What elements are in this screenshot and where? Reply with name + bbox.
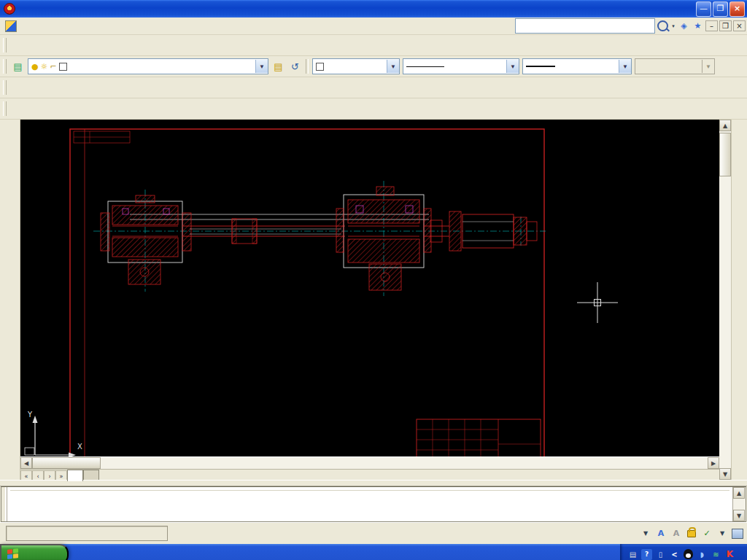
linetype-combo[interactable]: ▼ xyxy=(403,58,519,74)
windows-logo-icon xyxy=(7,548,18,560)
svg-text:X: X xyxy=(77,443,82,451)
toolbar-draw-modify xyxy=(0,98,747,120)
lineweight-combo-dropdown[interactable]: ▼ xyxy=(619,60,631,73)
draw-toolbar-vertical xyxy=(0,120,20,480)
command-window[interactable]: ▲ ▼ xyxy=(1,486,746,522)
layer-combo-dropdown[interactable]: ▼ xyxy=(255,60,268,73)
device-icon[interactable]: ▯ xyxy=(655,549,666,560)
command-scroll-up-icon[interactable]: ▲ xyxy=(733,487,745,499)
linetype-combo-dropdown[interactable]: ▼ xyxy=(506,60,519,73)
scroll-down-icon[interactable]: ▼ xyxy=(719,468,731,480)
color-combo[interactable]: ▼ xyxy=(312,58,400,74)
toolbar-layers-properties: ▤ ● ☼ ⌐ ▼ ▤ ↺ ▼ ▼ ▼ ▼ xyxy=(0,56,747,77)
coordinate-readout[interactable] xyxy=(6,526,168,541)
layer-previous-icon: ▤ xyxy=(274,62,282,71)
qq-icon[interactable] xyxy=(683,549,694,560)
favorites-star-icon[interactable]: ★ xyxy=(692,20,704,32)
annotation-visibility-icon[interactable]: A xyxy=(654,527,667,540)
svg-text:Y: Y xyxy=(27,411,33,419)
color-swatch xyxy=(316,63,324,71)
menu-bar: ▾ ◈ ★ – ❐ × xyxy=(0,18,747,35)
hscroll-thumb[interactable] xyxy=(32,457,101,469)
app-logo-icon xyxy=(4,3,15,15)
toolbar-osnap-dimension xyxy=(0,77,747,98)
plotstyle-combo: ▼ xyxy=(635,58,715,74)
toolbar-separator xyxy=(306,59,309,74)
toolbar-grip[interactable] xyxy=(3,59,7,74)
toolbar-lock-icon[interactable] xyxy=(685,527,698,540)
view-toolbar-vertical xyxy=(731,120,747,480)
layer-manager-button[interactable]: ▤ xyxy=(9,58,26,74)
linetype-sample xyxy=(406,66,444,67)
lineweight-sample xyxy=(526,66,555,67)
windows-taskbar: ▤ ? ▯ < ◗ ≋ K xyxy=(0,544,747,560)
start-button[interactable] xyxy=(0,544,69,560)
command-zone: ▲ ▼ xyxy=(0,480,747,522)
toolbar-grip[interactable] xyxy=(3,38,7,52)
scroll-up-icon[interactable]: ▲ xyxy=(719,120,731,131)
mdi-minimize-button[interactable]: – xyxy=(705,20,718,31)
status-tray-settings-icon[interactable]: ✓ xyxy=(700,527,713,540)
thunder-icon[interactable]: ◗ xyxy=(697,549,708,560)
tab-model[interactable] xyxy=(67,470,83,481)
keyboard-icon[interactable]: ▤ xyxy=(627,549,638,560)
command-scroll-down-icon[interactable]: ▼ xyxy=(733,510,745,521)
layer-on-icon[interactable]: ● xyxy=(31,62,39,71)
kingsoft-icon[interactable]: K xyxy=(724,549,735,560)
layer-combo[interactable]: ● ☼ ⌐ ▼ xyxy=(28,58,268,74)
middle-bearing-housing xyxy=(336,187,431,290)
mdi-close-button[interactable]: × xyxy=(733,20,746,31)
vertical-scrollbar[interactable]: ▲ ▼ xyxy=(719,120,731,480)
toolbar-grip[interactable] xyxy=(3,101,7,116)
layer-lock-icon[interactable]: ⌐ xyxy=(50,62,56,71)
network-icon[interactable]: ≋ xyxy=(711,549,721,560)
command-scrollbar[interactable]: ▲ ▼ xyxy=(732,487,746,521)
layer-color-swatch[interactable] xyxy=(59,63,67,71)
title-bar: — ❐ × xyxy=(0,0,747,18)
vscroll-thumb[interactable] xyxy=(719,133,731,176)
clean-screen-icon[interactable] xyxy=(731,527,744,540)
lineweight-combo[interactable]: ▼ xyxy=(522,58,632,74)
layer-states-icon: ↺ xyxy=(291,62,299,71)
annotation-autoscale-icon[interactable]: A xyxy=(670,527,683,540)
system-tray: ▤ ? ▯ < ◗ ≋ K xyxy=(620,544,747,560)
layer-freeze-icon[interactable]: ☼ xyxy=(41,62,48,71)
ucs-icon: Y X xyxy=(25,411,82,456)
drawing-canvas[interactable]: Y X xyxy=(20,120,719,456)
command-grip[interactable] xyxy=(1,487,7,521)
document-icon xyxy=(5,20,17,32)
collapse-arrow-icon[interactable]: < xyxy=(669,549,680,560)
command-splitter[interactable] xyxy=(0,480,747,486)
scroll-left-icon[interactable]: ◀ xyxy=(20,457,32,469)
color-combo-dropdown[interactable]: ▼ xyxy=(387,60,399,73)
command-history xyxy=(10,489,729,491)
restore-button[interactable]: ❐ xyxy=(713,1,728,17)
search-icon[interactable] xyxy=(657,20,669,32)
plotstyle-combo-dropdown: ▼ xyxy=(702,60,714,73)
horizontal-scrollbar[interactable]: ◀ ▶ xyxy=(20,456,719,469)
minimize-button[interactable]: — xyxy=(696,1,711,17)
toolbar-standard xyxy=(0,35,747,56)
sheet-frame xyxy=(70,129,544,456)
title-block xyxy=(417,419,541,456)
application-window: — ❐ × ▾ ◈ ★ – ❐ × ▤ ● ☼ ⌐ xyxy=(0,0,747,560)
layer-previous-button[interactable]: ▤ xyxy=(270,58,287,74)
toolbar-grip[interactable] xyxy=(3,80,7,95)
status-menu-dropdown-icon[interactable]: ▼ xyxy=(716,527,729,540)
status-bar: ▼ A A ✓ ▼ xyxy=(0,522,747,544)
help-tray-icon[interactable]: ? xyxy=(641,549,652,560)
mdi-restore-button[interactable]: ❐ xyxy=(719,20,732,31)
close-button[interactable]: × xyxy=(729,1,745,17)
help-search-input[interactable] xyxy=(515,18,655,34)
scroll-right-icon[interactable]: ▶ xyxy=(708,457,719,469)
search-dropdown-icon[interactable]: ▾ xyxy=(670,20,676,32)
main-area: Y X ◀ ▶ « ‹ › xyxy=(0,120,747,480)
annotation-scale-dropdown-icon[interactable]: ▼ xyxy=(639,527,652,540)
layer-states-button[interactable]: ↺ xyxy=(287,58,303,74)
layers-icon: ▤ xyxy=(13,62,22,71)
crosshair-cursor xyxy=(577,282,618,323)
communication-center-icon[interactable]: ◈ xyxy=(678,20,690,32)
left-bearing-housing xyxy=(101,195,191,284)
